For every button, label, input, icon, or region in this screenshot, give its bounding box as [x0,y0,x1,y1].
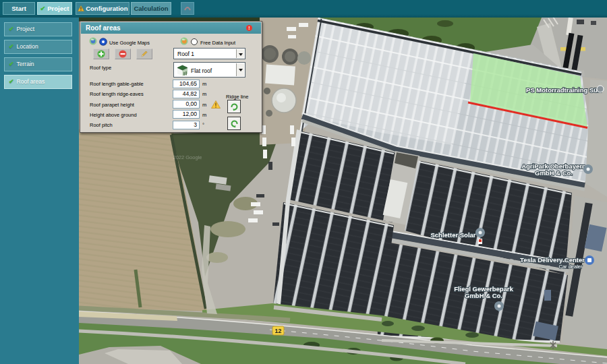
svg-text:PS Motorradtraining Süd: PS Motorradtraining Süd [526,86,602,94]
svg-text:Car dealer: Car dealer [558,264,583,270]
svg-text:GmbH & Co.: GmbH & Co. [535,169,573,177]
svg-text:GmbH & Co.: GmbH & Co. [465,292,502,299]
svg-text:12: 12 [274,328,281,334]
svg-text:Tesla Delivery Center: Tesla Delivery Center [520,256,585,264]
svg-text:2022 Google: 2022 Google [173,154,202,160]
svg-text:Schletter Solar: Schletter Solar [430,231,475,239]
